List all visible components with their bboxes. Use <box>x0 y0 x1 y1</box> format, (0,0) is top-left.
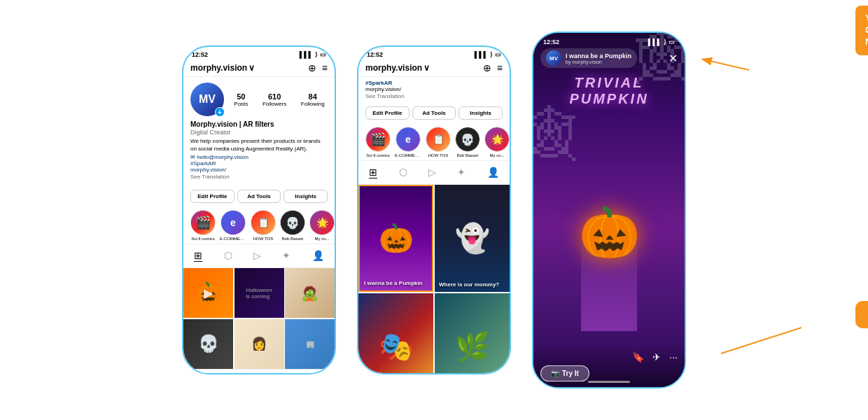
ad-tools-btn-1[interactable]: Ad Tools <box>237 190 281 203</box>
grid-item-5[interactable]: 👩 <box>234 319 284 369</box>
highlight-circle-2: e <box>220 210 246 235</box>
reel-avatar: MV <box>546 50 561 66</box>
add-post-icon-2[interactable]: ⊕ <box>483 62 491 74</box>
wifi-icon: ⟩ <box>315 51 318 58</box>
p2-grid-item-1[interactable]: 🎃 I wanna be a Pumpkin <box>358 185 433 292</box>
profile-nav-avatar[interactable]: MV <box>304 374 319 374</box>
highlight-2-3[interactable]: 📋 HOW TOS <box>426 127 451 158</box>
battery-icon-2: ▭ <box>495 51 501 58</box>
tab-sparkle-1[interactable]: ✦ <box>282 250 290 262</box>
profile-hashtag-1[interactable]: #SparkAR <box>190 160 328 167</box>
close-btn[interactable]: ✕ <box>668 52 678 65</box>
tab-grid-2[interactable]: ⊞ <box>369 167 377 178</box>
wifi-icon-2: ⟩ <box>490 51 493 58</box>
more-icon[interactable]: ··· <box>669 351 678 363</box>
insights-btn-2[interactable]: Insights <box>458 106 503 120</box>
highlights-2: 🎬 Sci-fi comics e E-COMMER... 📋 HOW TOS … <box>358 124 510 160</box>
highlight-label-1: Sci-fi comics <box>191 237 215 241</box>
tab-person-2[interactable]: 👤 <box>487 167 499 178</box>
highlight-label-2: E-COMMER... <box>220 237 246 241</box>
highlight-circle-2-3: 📋 <box>426 127 451 152</box>
grid-item-6[interactable]: 🏢 <box>285 319 335 369</box>
bookmark-icon[interactable]: 🔖 <box>632 351 644 363</box>
signal-icon-2: ▌▌▌ <box>475 51 488 58</box>
edit-profile-btn-2[interactable]: Edit Profile <box>365 106 410 120</box>
ig-username-1[interactable]: morphy.vision ∨ <box>190 63 255 73</box>
action-buttons-1: Edit Profile Ad Tools Insights <box>183 186 335 207</box>
tab-play-1[interactable]: ▷ <box>253 250 261 262</box>
highlight-3[interactable]: 📋 HOW TOS <box>251 210 276 241</box>
ig-username-2[interactable]: morphy.vision ∨ <box>365 63 430 73</box>
p2-thumb-4: 🌿 <box>435 293 510 374</box>
stat-posts[interactable]: 50 Posts <box>234 92 248 107</box>
content-grid-2: 🎃 I wanna be a Pumpkin 👻 Where is our mo… <box>358 185 510 374</box>
nav-tabs-1: ⊞ ⬡ ▷ ✦ 👤 <box>183 244 335 268</box>
tab-reels-2[interactable]: ⬡ <box>399 167 407 178</box>
reel-user-info[interactable]: MV I wanna be a Pumpkin by morphy.vision <box>540 48 637 68</box>
time-2: 12:52 <box>367 51 383 58</box>
add-post-icon[interactable]: ⊕ <box>308 62 316 74</box>
header-icons-2: ⊕ ≡ <box>483 62 503 74</box>
reel-title-area: TRIVIAL PUMPKIN <box>533 75 685 107</box>
highlight-circle-2-4: 💀 <box>455 127 480 152</box>
edit-profile-btn-1[interactable]: Edit Profile <box>190 190 234 203</box>
highlight-circle-4: 💀 <box>280 210 305 235</box>
highlight-circle-3: 📋 <box>251 210 276 235</box>
menu-icon-2[interactable]: ≡ <box>497 62 503 74</box>
highlight-2-4[interactable]: 💀 Bob Basset <box>455 127 480 158</box>
grid-item-2[interactable]: Halloweenis coming <box>234 268 284 318</box>
ad-tools-btn-2[interactable]: Ad Tools <box>412 106 456 120</box>
highlight-4[interactable]: 💀 Bob Basset <box>280 210 305 241</box>
highlight-circle-2-1: 🎬 <box>365 127 391 152</box>
tab-play-2[interactable]: ▷ <box>428 167 436 178</box>
highlight-5[interactable]: 🌟 My co... <box>309 210 335 241</box>
spiderweb-left: 🕸 <box>533 103 575 167</box>
highlight-2-2[interactable]: e E-COMMER... <box>395 127 421 158</box>
profile-section-1: MV + 50 Posts 610 Followers 84 Following… <box>183 77 335 186</box>
ig-header-1: morphy.vision ∨ ⊕ ≡ <box>183 59 335 77</box>
see-translation-2[interactable]: See Translation <box>365 93 503 99</box>
highlight-2-5[interactable]: 🌟 My co... <box>484 127 510 158</box>
insights-btn-1[interactable]: Insights <box>284 190 328 203</box>
grid-item-1[interactable]: 🎃▶ <box>183 268 233 318</box>
hashtag-2[interactable]: #SparkAR <box>365 80 503 86</box>
signal-icon: ▌▌▌ <box>300 51 313 58</box>
stat-following[interactable]: 84 Following <box>301 92 325 107</box>
profile-row-1: MV + 50 Posts 610 Followers 84 Following <box>190 83 328 116</box>
highlight-circle-2-5: 🌟 <box>484 127 510 152</box>
send-icon[interactable]: ✈ <box>652 351 661 363</box>
company-name-text: YOURCOMPANYNAME <box>865 13 868 47</box>
reel-background: 🕸 🕸 TRIVIAL PUMPKIN 🎃 <box>533 33 685 387</box>
p2-grid-item-3[interactable]: 🎭 <box>358 293 433 374</box>
tab-grid-1[interactable]: ⊞ <box>194 250 202 262</box>
tab-person-1[interactable]: 👤 <box>312 250 324 262</box>
url-2[interactable]: morphy.vision/ <box>365 86 503 92</box>
see-translation-1[interactable]: See Translation <box>190 174 328 180</box>
p2-grid-item-2[interactable]: 👻 Where is our mommy? <box>435 185 510 292</box>
profile-email[interactable]: ✉ ✉ hello@morphy.visionhello@morphy.visi… <box>190 154 328 160</box>
phone-2: 12:52 ▌▌▌ ⟩ ▭ morphy.vision ∨ ⊕ ≡ #Spark… <box>357 46 511 374</box>
tap-box: TAP <box>855 301 868 328</box>
reel-status-bar: 12:52 ▌▌▌ ⟩ ▭ <box>533 33 685 46</box>
reel-wifi-icon: ⟩ <box>664 38 666 46</box>
avatar-1[interactable]: MV + <box>190 83 224 116</box>
company-arrow-line <box>704 59 749 70</box>
grid-item-3[interactable]: 🧟 <box>285 268 335 318</box>
tab-sparkle-2[interactable]: ✦ <box>457 167 465 178</box>
grid-item-4[interactable]: 💀 <box>183 319 233 369</box>
time-1: 12:52 <box>192 51 208 58</box>
menu-icon[interactable]: ≡ <box>322 62 328 74</box>
highlight-2-1[interactable]: 🎬 Sci-fi comics <box>365 127 391 158</box>
try-it-button[interactable]: 📷 Try It <box>540 365 589 382</box>
avatar-add-icon[interactable]: + <box>215 107 225 117</box>
image-grid-1: 🎃▶ Halloweenis coming 🧟 💀 👩 🏢 <box>183 268 335 369</box>
highlight-2[interactable]: e E-COMMER... <box>220 210 246 241</box>
profile-url-1[interactable]: morphy.vision/ <box>190 167 328 173</box>
highlight-1[interactable]: 🎬 Sci-fi comics <box>190 210 216 241</box>
stat-followers[interactable]: 610 Followers <box>262 92 286 107</box>
p2-grid-item-4[interactable]: 🌿 <box>435 293 510 374</box>
reel-user-text: by morphy.vision <box>566 59 631 64</box>
tab-reels-1[interactable]: ⬡ <box>224 250 232 262</box>
p2-thumb-1: 🎃 <box>360 186 432 290</box>
reel-header: 12:52 ▌▌▌ ⟩ ▭ MV I wanna be a Pumpkin by… <box>533 33 685 71</box>
